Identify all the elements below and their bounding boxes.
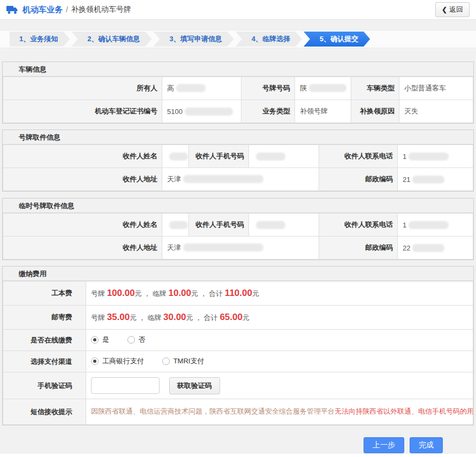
online-payment-no-option[interactable]: 否 — [127, 335, 146, 345]
recipient-phone-label: 收件人联系电话 — [319, 214, 398, 237]
recipient-phone-label: 收件人联系电话 — [319, 145, 398, 168]
plate-pickup-title: 号牌取件信息 — [3, 130, 473, 144]
postal-code-value: 21 — [398, 168, 473, 191]
recipient-address-value: 天津 — [162, 237, 319, 260]
sms-captcha-row: 获取验证码 — [86, 372, 473, 399]
table-row: 所有人 高 号牌号码 陕 车辆类型 小型普通客车 — [3, 77, 473, 100]
fee-amount: 100.00 — [107, 288, 135, 298]
postage-fee-value: 号牌 35.00元 ， 临牌 30.00元 ， 合计 65.00元 — [86, 306, 473, 330]
redacted-blur — [169, 153, 188, 161]
recipient-name-label: 收件人姓名 — [3, 214, 162, 237]
fee-amount: 65.00 — [220, 312, 243, 322]
chevron-left-icon: ❮ — [442, 6, 447, 13]
previous-step-button[interactable]: 上一步 — [364, 437, 404, 453]
payment-channel-label: 选择支付渠道 — [3, 351, 86, 372]
radio-unselected-icon[interactable] — [127, 336, 135, 344]
registration-cert-label: 机动车登记证书编号 — [3, 100, 162, 123]
online-payment-yes-option[interactable]: 是 — [91, 335, 109, 345]
payment-channel-options: 工商银行支付 TMRI支付 — [86, 351, 473, 372]
back-button-label: 返回 — [449, 5, 463, 14]
fee-text: 元 ， 合计 — [191, 290, 225, 298]
recipient-name-value — [162, 145, 189, 168]
business-type-label: 业务类型 — [241, 100, 295, 123]
get-captcha-button[interactable]: 获取验证码 — [169, 377, 220, 394]
vehicle-type-label: 车辆类型 — [351, 77, 399, 100]
finish-button[interactable]: 完成 — [410, 437, 443, 453]
redacted-blur — [256, 153, 285, 161]
business-type-value: 补领号牌 — [295, 100, 351, 123]
table-row: 选择支付渠道 工商银行支付 TMRI支付 — [3, 351, 473, 372]
cost-fee-label: 工本费 — [3, 281, 86, 306]
radio-selected-icon[interactable] — [91, 336, 99, 344]
owner-label: 所有人 — [3, 77, 162, 100]
redacted-blur — [412, 244, 444, 252]
step-3-application-info[interactable]: 3、填写申请信息 — [153, 32, 233, 47]
redacted-blur — [183, 175, 263, 183]
table-row: 手机验证码 获取验证码 — [3, 372, 473, 399]
online-payment-label: 是否在线缴费 — [3, 330, 86, 351]
fee-text: 元 — [252, 290, 259, 298]
cost-fee-value: 号牌 100.00元 ， 临牌 10.00元 ， 合计 110.00元 — [86, 281, 473, 306]
postal-code-label: 邮政编码 — [319, 168, 398, 191]
table-row: 机动车登记证书编号 5100 业务类型 补领号牌 补换领原因 灭失 — [3, 100, 473, 123]
fee-text: 元 ， 临牌 — [135, 290, 169, 298]
redacted-blur — [409, 221, 449, 229]
vehicle-type-value: 小型普通客车 — [399, 77, 473, 100]
table-row: 短信接收提示 因陕西省联通、电信运营商技术问题，陕西省互联网交通安全综合服务管理… — [3, 399, 473, 425]
redacted-blur — [412, 176, 444, 184]
footer-actions: 上一步 完成 — [0, 425, 476, 453]
step-1-notice[interactable]: 1、业务须知 — [10, 32, 70, 47]
step-4-temp-plate[interactable]: 4、临牌选择 — [236, 32, 302, 47]
fees-table: 工本费 号牌 100.00元 ， 临牌 10.00元 ， 合计 110.00元 … — [3, 281, 473, 425]
online-payment-no-label: 否 — [139, 335, 146, 345]
recipient-name-label: 收件人姓名 — [3, 145, 162, 168]
fees-title: 缴纳费用 — [3, 266, 473, 281]
redacted-blur — [309, 84, 346, 92]
notice-segment: 因陕西省联通、电信运营商技术问题，陕西省互联网交通安全综合服务管理平台 — [91, 407, 335, 415]
step-wizard: 1、业务须知 2、确认车辆信息 3、填写申请信息 4、临牌选择 5、确认提交 — [0, 30, 476, 48]
table-row: 收件人姓名 收件人手机号码 收件人联系电话 1 — [3, 145, 473, 168]
icbc-payment-option[interactable]: 工商银行支付 — [91, 356, 144, 366]
step-5-confirm-submit[interactable]: 5、确认提交 — [304, 32, 370, 47]
replace-reason-value: 灭失 — [399, 100, 473, 123]
temp-plate-pickup-card: 临时号牌取件信息 收件人姓名 收件人手机号码 收件人联系电话 1 收件人地址 天… — [2, 198, 474, 260]
recipient-mobile-value — [249, 214, 319, 237]
temp-plate-pickup-table: 收件人姓名 收件人手机号码 收件人联系电话 1 收件人地址 天津 邮政编码 22 — [3, 213, 473, 260]
breadcrumb-page-title: 补换领机动车号牌 — [71, 5, 131, 14]
redacted-blur — [183, 243, 263, 252]
step-2-confirm-vehicle[interactable]: 2、确认车辆信息 — [71, 32, 152, 47]
fee-amount: 30.00 — [163, 312, 186, 322]
vehicle-info-title: 车辆信息 — [3, 62, 473, 77]
sms-captcha-input[interactable] — [91, 377, 160, 394]
fee-text: 号牌 — [91, 290, 107, 298]
registration-cert-value: 5100 — [162, 100, 241, 123]
table-row: 收件人地址 天津 邮政编码 22 — [3, 237, 473, 260]
table-row: 是否在线缴费 是 否 — [3, 330, 473, 351]
icbc-payment-label: 工商银行支付 — [102, 356, 144, 366]
truck-icon — [6, 5, 18, 14]
fee-text: 元 ， 临牌 — [130, 314, 163, 322]
owner-value: 高 — [162, 77, 241, 100]
fees-card: 缴纳费用 工本费 号牌 100.00元 ， 临牌 10.00元 ， 合计 110… — [2, 266, 474, 425]
radio-unselected-icon[interactable] — [162, 357, 170, 365]
recipient-phone-value: 1 — [398, 145, 473, 168]
plate-pickup-table: 收件人姓名 收件人手机号码 收件人联系电话 1 收件人地址 天津 邮政编码 21 — [3, 144, 473, 191]
sms-notice-text: 因陕西省联通、电信运营商技术问题，陕西省互联网交通安全综合服务管理平台无法向持陕… — [86, 399, 473, 425]
online-payment-yes-label: 是 — [102, 335, 109, 345]
postal-code-value: 22 — [398, 237, 473, 260]
breadcrumb-separator: / — [66, 5, 68, 14]
back-button[interactable]: ❮ 返回 — [435, 2, 470, 17]
radio-selected-icon[interactable] — [91, 357, 99, 365]
recipient-name-value — [162, 214, 189, 237]
redacted-blur — [185, 108, 233, 116]
postage-fee-label: 邮寄费 — [3, 306, 86, 330]
fee-amount: 10.00 — [168, 288, 191, 298]
plate-number-value: 陕 — [295, 77, 351, 100]
sms-notice-label: 短信接收提示 — [3, 399, 86, 425]
fee-text: 号牌 — [91, 314, 107, 322]
fee-text: 元 — [243, 314, 250, 322]
breadcrumb-root[interactable]: 机动车业务 — [22, 5, 63, 15]
tmri-payment-option[interactable]: TMRI支付 — [162, 356, 205, 366]
fee-text: 元 ， 合计 — [186, 314, 220, 322]
recipient-mobile-label: 收件人手机号码 — [189, 145, 249, 168]
